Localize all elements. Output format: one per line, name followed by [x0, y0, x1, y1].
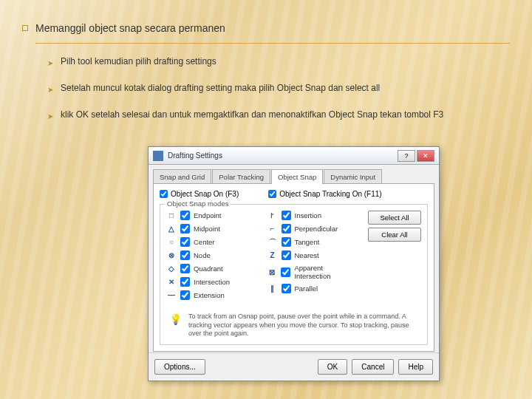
- snap-mode-extension[interactable]: —Extension: [166, 290, 260, 300]
- tab-snap-grid[interactable]: Snap and Grid: [153, 169, 211, 184]
- snap-checkbox[interactable]: [281, 267, 290, 277]
- close-window-button[interactable]: ✕: [417, 150, 434, 162]
- snap-mode-nearest[interactable]: ZNearest: [267, 250, 361, 260]
- snap-symbol-icon: ∥: [267, 284, 278, 293]
- clear-all-button[interactable]: Clear All: [368, 228, 421, 242]
- object-snap-on-checkbox[interactable]: Object Snap On (F3): [160, 190, 239, 198]
- bullet-1: Pilh tool kemudian pilih drafting settin…: [61, 54, 216, 70]
- ok-button[interactable]: OK: [318, 359, 347, 375]
- snap-symbol-icon: ◇: [166, 265, 177, 273]
- button-bar: Options... OK Cancel Help: [149, 352, 439, 381]
- snap-checkbox[interactable]: [282, 250, 291, 260]
- snap-mode-node[interactable]: ⊗Node: [166, 250, 260, 260]
- snap-label: Midpoint: [194, 225, 220, 233]
- drafting-settings-dialog: Drafting Settings ? ✕ Snap and Grid Pola…: [148, 146, 440, 381]
- snap-label: Quadrant: [194, 265, 223, 273]
- snap-checkbox[interactable]: [282, 284, 291, 293]
- snap-checkbox[interactable]: [180, 277, 190, 287]
- snap-symbol-icon: △: [166, 225, 177, 233]
- snap-mode-midpoint[interactable]: △Midpoint: [166, 224, 260, 233]
- heading-underline: [35, 43, 510, 44]
- bullet-2: Setelah muncul kotak dialog drafting set…: [61, 81, 380, 97]
- snap-mode-perpendicular[interactable]: ⌐Perpendicular: [267, 224, 361, 233]
- snap-symbol-icon: ○: [166, 238, 177, 247]
- snap-symbol-icon: ꜓: [267, 211, 278, 220]
- snap-checkbox[interactable]: [180, 211, 190, 220]
- snap-label: Parallel: [295, 284, 318, 293]
- snap-label: Apparent Intersection: [294, 264, 361, 280]
- object-snap-tracking-on-checkbox[interactable]: Object Snap Tracking On (F11): [268, 190, 381, 198]
- snap-checkbox[interactable]: [282, 224, 291, 233]
- lightbulb-icon: 💡: [169, 313, 183, 326]
- snap-checkbox[interactable]: [180, 237, 190, 247]
- slide-heading: Memanggil object snap secara permanen: [35, 22, 225, 34]
- snap-label: Intersection: [194, 278, 230, 286]
- snap-symbol-icon: —: [166, 291, 177, 300]
- arrow-icon: ➤: [47, 57, 53, 70]
- snap-mode-center[interactable]: ○Center: [166, 237, 260, 247]
- arrow-icon: ➤: [47, 83, 53, 97]
- snap-checkbox[interactable]: [180, 250, 190, 260]
- options-button[interactable]: Options...: [154, 359, 205, 375]
- snap-mode-quadrant[interactable]: ◇Quadrant: [166, 264, 260, 273]
- group-label: Object Snap modes: [165, 200, 231, 208]
- tab-bar: Snap and Grid Polar Tracking Object Snap…: [149, 165, 439, 184]
- snap-symbol-icon: ⊗: [166, 251, 177, 260]
- snap-mode-parallel[interactable]: ∥Parallel: [267, 284, 361, 293]
- help-button[interactable]: Help: [398, 359, 433, 375]
- select-all-button[interactable]: Select All: [368, 211, 421, 225]
- cancel-button[interactable]: Cancel: [352, 359, 394, 375]
- snap-modes-group: Object Snap modes □Endpoint△Midpoint○Cen…: [160, 204, 428, 345]
- snap-mode-intersection[interactable]: ✕Intersection: [166, 277, 260, 287]
- snap-symbol-icon: □: [166, 211, 177, 220]
- snap-symbol-icon: ✕: [166, 278, 177, 287]
- title-bar: Drafting Settings ? ✕: [149, 147, 439, 165]
- snap-label: Perpendicular: [295, 225, 338, 233]
- snap-checkbox[interactable]: [282, 211, 291, 220]
- snap-label: Node: [194, 251, 211, 259]
- snap-mode-endpoint[interactable]: □Endpoint: [166, 211, 260, 220]
- snap-checkbox[interactable]: [282, 237, 291, 247]
- tab-dynamic-input[interactable]: Dynamic Input: [324, 169, 382, 184]
- snap-label: Nearest: [295, 251, 319, 259]
- snap-checkbox[interactable]: [180, 224, 190, 233]
- tab-pane: Object Snap On (F3) Object Snap Tracking…: [153, 183, 434, 352]
- snap-checkbox[interactable]: [180, 264, 190, 273]
- snap-mode-tangent[interactable]: ⌒Tangent: [267, 237, 361, 247]
- app-icon: [153, 151, 163, 161]
- tab-polar-tracking[interactable]: Polar Tracking: [212, 169, 270, 184]
- snap-mode-insertion[interactable]: ꜓Insertion: [267, 211, 361, 220]
- snap-mode-apparent-intersection[interactable]: ⊠Apparent Intersection: [267, 264, 361, 280]
- snap-label: Center: [194, 238, 215, 246]
- snap-symbol-icon: ⊠: [267, 267, 278, 276]
- dialog-title: Drafting Settings: [168, 151, 396, 160]
- snap-symbol-icon: ⌒: [267, 238, 278, 247]
- snap-label: Endpoint: [194, 211, 222, 219]
- snap-label: Tangent: [295, 238, 320, 246]
- tab-object-snap[interactable]: Object Snap: [271, 169, 323, 184]
- snap-symbol-icon: Z: [267, 251, 278, 260]
- help-window-button[interactable]: ?: [398, 150, 415, 162]
- bullet-square: [22, 25, 28, 31]
- snap-symbol-icon: ⌐: [267, 225, 278, 233]
- bullet-3: klik OK setelah selesai dan untuk memgak…: [61, 107, 443, 123]
- snap-label: Extension: [194, 291, 225, 299]
- arrow-icon: ➤: [47, 110, 53, 123]
- snap-label: Insertion: [295, 211, 321, 219]
- tip-text: To track from an Osnap point, pause over…: [188, 313, 418, 338]
- snap-checkbox[interactable]: [180, 290, 190, 300]
